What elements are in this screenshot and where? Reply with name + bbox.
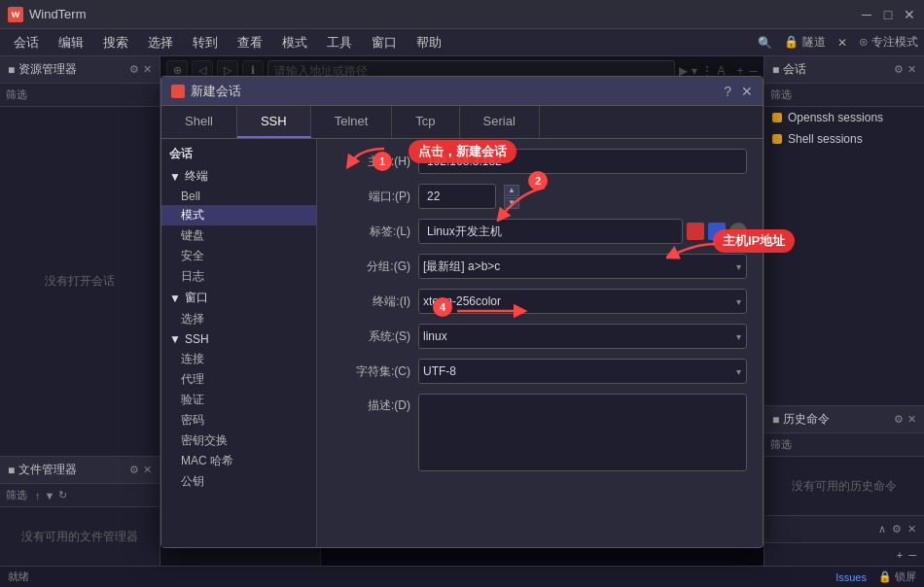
- sessions-actions: ⚙ ✕: [894, 63, 916, 76]
- app-title: WindTerm: [29, 7, 860, 21]
- menu-tools[interactable]: 工具: [319, 32, 360, 53]
- plus-icon-br[interactable]: +: [897, 549, 903, 561]
- label-color-reset[interactable]: ○: [729, 223, 747, 240]
- session-item-shell[interactable]: Shell sessions: [764, 128, 924, 150]
- resource-icon: ■: [8, 63, 15, 77]
- tree-ssh-label: SSH: [185, 332, 209, 346]
- tree-bell[interactable]: Bell: [161, 188, 316, 205]
- status-bar: 就绪 Issues 🔒 锁屏: [0, 566, 924, 587]
- close-icon[interactable]: ✕: [837, 36, 847, 50]
- file-filter-bar: 筛选 ↑ ▼ ↻: [0, 484, 160, 507]
- expand-icon-br[interactable]: ∧: [878, 523, 886, 535]
- session-list: Openssh sessions Shell sessions: [764, 107, 924, 150]
- menu-select[interactable]: 选择: [140, 32, 181, 53]
- sessions-filter: 筛选: [764, 84, 924, 107]
- charset-row: 字符集:(C) UTF-8 ▾: [333, 359, 747, 384]
- menu-mode[interactable]: 模式: [274, 32, 315, 53]
- proto-tab-serial[interactable]: Serial: [460, 106, 540, 138]
- tree-terminal-section[interactable]: ▼ 终端: [161, 165, 316, 188]
- terminal-type-select[interactable]: xterm-256color: [418, 289, 747, 314]
- charset-label: 字符集:(C): [333, 363, 410, 380]
- tree-ssh-section[interactable]: ▼ SSH: [161, 329, 316, 349]
- system-select[interactable]: linux: [418, 324, 747, 349]
- lock-screen-button[interactable]: 🔒 锁屏: [878, 570, 916, 584]
- minimize-button[interactable]: ─: [860, 8, 873, 21]
- terminal-type-row: 终端:(I) xterm-256color ▾: [333, 289, 747, 314]
- tree-mode[interactable]: 模式: [161, 205, 316, 225]
- file-gear-icon[interactable]: ⚙: [129, 464, 139, 476]
- issues-button[interactable]: Issues: [835, 571, 867, 583]
- history-close-icon[interactable]: ✕: [907, 413, 916, 426]
- new-session-dialog: 新建会话 ? ✕ Shell SSH Telnet Tcp Serial: [160, 76, 764, 548]
- menu-view[interactable]: 查看: [230, 32, 270, 53]
- port-input[interactable]: [418, 184, 496, 209]
- sessions-gear-icon[interactable]: ⚙: [894, 63, 904, 76]
- focus-mode-button[interactable]: ⊙ 专注模式: [859, 34, 918, 51]
- host-label: 主机:(H): [333, 154, 410, 170]
- tree-window-section[interactable]: ▼ 窗口: [161, 287, 316, 309]
- desc-label: 描述:(D): [333, 397, 410, 414]
- menu-session[interactable]: 会话: [6, 32, 47, 53]
- port-spinners: ▲ ▼: [504, 185, 519, 209]
- shell-label: Shell sessions: [788, 132, 863, 146]
- up-icon[interactable]: ↑: [35, 490, 41, 501]
- menu-window[interactable]: 窗口: [364, 32, 405, 53]
- tree-security[interactable]: 安全: [161, 246, 316, 266]
- tree-auth[interactable]: 验证: [161, 390, 316, 410]
- tag-input[interactable]: [418, 219, 683, 244]
- tree-mac[interactable]: MAC 哈希: [161, 451, 316, 471]
- charset-select-wrapper: UTF-8 ▾: [418, 359, 747, 384]
- file-close-icon[interactable]: ✕: [143, 464, 152, 476]
- tree-keyboard[interactable]: 键盘: [161, 225, 316, 246]
- charset-select[interactable]: UTF-8: [418, 359, 747, 384]
- settings-tree: 会话 ▼ 终端 Bell 模式 键盘 安全 日志 ▼: [161, 139, 317, 547]
- dialog-logo: [171, 85, 185, 98]
- tree-log[interactable]: 日志: [161, 266, 316, 287]
- dialog-help-button[interactable]: ?: [724, 84, 731, 99]
- menu-help[interactable]: 帮助: [409, 32, 449, 53]
- maximize-button[interactable]: □: [881, 8, 895, 21]
- tree-pubkey[interactable]: 公钥: [161, 471, 316, 492]
- desc-textarea[interactable]: [418, 394, 747, 471]
- label-color-red[interactable]: [687, 223, 704, 240]
- label-color-blue[interactable]: [708, 223, 726, 240]
- menu-bar: 会话 编辑 搜索 选择 转到 查看 模式 工具 窗口 帮助 🔍 🔒 隧道 ✕ ⊙…: [0, 29, 924, 56]
- close-panel-icon[interactable]: ✕: [143, 63, 152, 76]
- down-icon[interactable]: ▼: [45, 490, 55, 501]
- tunnel-button[interactable]: 🔒 隧道: [784, 34, 825, 51]
- history-gear-icon[interactable]: ⚙: [894, 413, 904, 426]
- tree-session[interactable]: 会话: [161, 143, 316, 165]
- dialog-close-button[interactable]: ✕: [741, 84, 753, 99]
- minus-icon-br[interactable]: ─: [908, 549, 916, 561]
- proto-tab-telnet[interactable]: Telnet: [311, 106, 393, 138]
- proto-tab-shell[interactable]: Shell: [161, 106, 237, 138]
- menu-goto[interactable]: 转到: [185, 32, 226, 53]
- proto-tab-tcp[interactable]: Tcp: [392, 106, 459, 138]
- history-icon: ■: [772, 413, 779, 427]
- refresh-icon[interactable]: ↻: [58, 489, 67, 501]
- port-down-button[interactable]: ▼: [504, 197, 519, 209]
- system-select-wrapper: linux ▾: [418, 324, 747, 349]
- close-icon-br[interactable]: ✕: [907, 523, 916, 535]
- host-input[interactable]: [418, 149, 747, 174]
- group-row: 分组:(G) [最新组] a>b>c ▾: [333, 254, 747, 279]
- tree-connect[interactable]: 连接: [161, 349, 316, 369]
- sessions-icon: ■: [772, 63, 779, 77]
- group-select[interactable]: [最新组] a>b>c: [418, 254, 747, 279]
- menu-search[interactable]: 搜索: [95, 32, 136, 53]
- sessions-close-icon[interactable]: ✕: [907, 63, 916, 76]
- gear-icon-br[interactable]: ⚙: [892, 523, 902, 535]
- gear-icon[interactable]: ⚙: [129, 63, 139, 76]
- menu-edit[interactable]: 编辑: [51, 32, 91, 53]
- expand-ssh-icon: ▼: [169, 332, 181, 346]
- tree-kex[interactable]: 密钥交换: [161, 431, 316, 451]
- search-icon[interactable]: 🔍: [758, 36, 772, 50]
- proto-tab-ssh[interactable]: SSH: [237, 106, 311, 138]
- tree-terminal-label: 终端: [185, 168, 208, 185]
- session-item-openssh[interactable]: Openssh sessions: [764, 107, 924, 128]
- port-up-button[interactable]: ▲: [504, 185, 519, 196]
- tree-select[interactable]: 选择: [161, 309, 316, 329]
- tree-password[interactable]: 密码: [161, 410, 316, 431]
- tree-proxy[interactable]: 代理: [161, 369, 316, 390]
- close-button[interactable]: ✕: [903, 8, 916, 21]
